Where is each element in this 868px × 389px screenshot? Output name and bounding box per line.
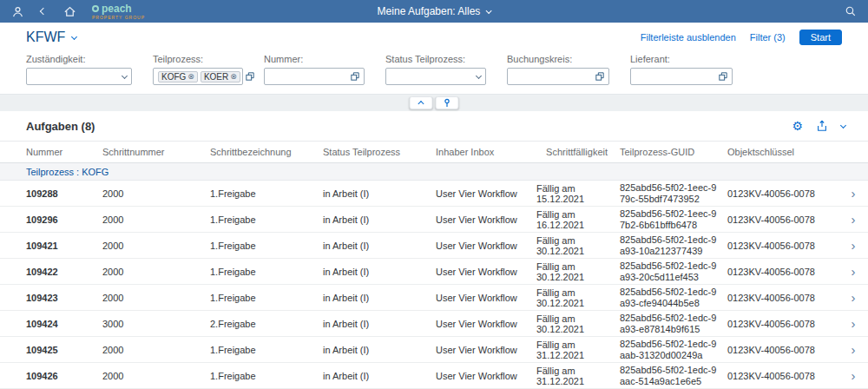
filter-token[interactable]: KOFG⊗ [158, 71, 198, 82]
col-header[interactable]: Schrittnummer [102, 147, 210, 157]
col-header[interactable]: Nummer [26, 147, 102, 157]
token-remove-icon[interactable]: ⊗ [230, 72, 237, 81]
pin-filterbar-button[interactable] [436, 96, 459, 109]
cell-inhaber: User Vier Workflow [436, 214, 536, 225]
cell-guid: 825abd56-5f02-1eec-97b2-6b61bffb6478 [620, 208, 727, 230]
cell-status: in Arbeit (I) [323, 267, 436, 277]
filter-token[interactable]: KOER⊗ [201, 71, 240, 82]
cell-status: in Arbeit (I) [323, 214, 436, 225]
row-nav-chevron-icon[interactable]: › [844, 291, 863, 304]
cell-status: in Arbeit (I) [323, 371, 436, 381]
table-row[interactable]: 10942520001.Freigabein Arbeit (I)User Vi… [0, 337, 868, 363]
cell-status: in Arbeit (I) [323, 241, 436, 251]
table-row[interactable]: 10942220001.Freigabein Arbeit (I)User Vi… [0, 259, 868, 285]
cell-guid: 825abd56-5f02-1edc-9aab-31320d00249a [620, 339, 727, 360]
table-group-header[interactable]: Teilprozess : KOFG [0, 163, 868, 181]
col-header[interactable]: Schrittbezeichnung [210, 147, 323, 157]
back-icon[interactable] [36, 4, 50, 18]
cell-status: in Arbeit (I) [323, 188, 436, 199]
cell-nummer: 109296 [26, 214, 102, 225]
cell-nummer: 109288 [26, 188, 102, 199]
value-help-icon[interactable] [351, 72, 359, 81]
cell-inhaber: User Vier Workflow [436, 267, 536, 277]
row-nav-chevron-icon[interactable]: › [844, 265, 863, 278]
cell-schrittbezeichnung: 1.Freigabe [210, 188, 323, 199]
col-header[interactable]: Teilprozess-GUID [620, 147, 727, 157]
value-help-icon[interactable] [595, 72, 604, 81]
home-icon[interactable] [62, 4, 76, 18]
cell-status: in Arbeit (I) [323, 345, 436, 355]
cell-schrittbezeichnung: 2.Freigabe [210, 319, 323, 329]
cell-faelligkeit: Fällig am 31.12.2021 [536, 340, 620, 360]
cell-objektschluessel: 0123KV-40056-0078 [727, 214, 832, 225]
cell-inhaber: User Vier Workflow [436, 319, 536, 329]
table-row[interactable]: 10942120001.Freigabein Arbeit (I)User Vi… [0, 233, 868, 259]
start-button[interactable]: Start [799, 30, 842, 45]
buchungskreis-input[interactable] [507, 68, 609, 85]
filterbar-collapse-strip [0, 94, 868, 111]
table-row[interactable]: 10929620001.Freigabein Arbeit (I)User Vi… [0, 207, 868, 233]
cell-faelligkeit: Fällig am 30.12.2021 [536, 313, 620, 334]
page-title[interactable]: KFWF [26, 30, 76, 45]
token-remove-icon[interactable]: ⊗ [187, 72, 194, 81]
row-nav-chevron-icon[interactable]: › [844, 239, 863, 252]
logo-text: peach [102, 3, 132, 14]
chevron-down-icon [476, 72, 482, 78]
table-row[interactable]: 10942320001.Freigabein Arbeit (I)User Vi… [0, 285, 868, 311]
row-nav-chevron-icon[interactable]: › [844, 317, 863, 330]
hide-filterbar-link[interactable]: Filterleiste ausblenden [641, 32, 736, 43]
filter-label: Lieferant: [630, 54, 733, 64]
cell-inhaber: User Vier Workflow [436, 293, 536, 303]
nummer-input[interactable] [264, 68, 365, 85]
lieferant-input[interactable] [630, 68, 733, 85]
cell-inhaber: User Vier Workflow [436, 371, 536, 381]
col-header[interactable]: Objektschlüssel [727, 147, 832, 157]
table-body: 10928820001.Freigabein Arbeit (I)User Vi… [0, 181, 868, 389]
cell-nummer: 109423 [26, 293, 102, 303]
col-header[interactable]: Schrittfälligkeit [536, 147, 620, 157]
cell-schrittnummer: 3000 [102, 319, 210, 329]
cell-faelligkeit: Fällig am 16.12.2021 [536, 209, 620, 230]
value-help-icon[interactable] [719, 72, 727, 81]
filter-label: Status Teilprozess: [385, 54, 486, 64]
table-row[interactable]: 10942620001.Freigabein Arbeit (I)User Vi… [0, 363, 868, 389]
row-nav-chevron-icon[interactable]: › [844, 187, 863, 200]
cell-schrittnummer: 2000 [102, 267, 210, 277]
teilprozess-input[interactable]: KOFG⊗ KOER⊗ [153, 68, 243, 85]
cell-objektschluessel: 0123KV-40056-0078 [727, 345, 832, 355]
filter-label: Buchungskreis: [507, 54, 609, 64]
row-nav-chevron-icon[interactable]: › [844, 213, 863, 226]
cell-nummer: 109421 [26, 241, 102, 251]
shell-left-group: peach PROPERTY GROUP [10, 3, 145, 20]
cell-schrittbezeichnung: 1.Freigabe [210, 214, 323, 225]
app-logo: peach PROPERTY GROUP [92, 3, 145, 20]
cell-objektschluessel: 0123KV-40056-0078 [727, 241, 832, 251]
shell-bar: peach PROPERTY GROUP Meine Aufgaben: All… [0, 0, 868, 23]
col-header[interactable]: Status Teilprozess [323, 147, 436, 157]
cell-nummer: 109424 [26, 319, 102, 329]
collapse-filterbar-button[interactable] [410, 96, 433, 109]
cell-nummer: 109426 [26, 371, 102, 381]
cell-schrittbezeichnung: 1.Freigabe [210, 267, 323, 277]
pin-icon [443, 98, 452, 108]
status-teilprozess-select[interactable] [385, 68, 486, 85]
table-row[interactable]: 10942430002.Freigabein Arbeit (I)User Vi… [0, 311, 868, 337]
cell-guid: 825abd56-5f02-1eec-979c-55bdf7473952 [620, 182, 727, 204]
filter-label: Zuständigkeit: [26, 54, 132, 64]
search-icon[interactable] [844, 4, 858, 18]
shell-title-text: Meine Aufgaben: Alles [378, 5, 481, 17]
row-nav-chevron-icon[interactable]: › [844, 369, 863, 382]
settings-gear-icon[interactable]: ⚙ [792, 120, 803, 132]
zustaendigkeit-select[interactable] [26, 68, 132, 85]
export-icon[interactable] [816, 120, 828, 132]
page-header: KFWF Filterleiste ausblenden Filter (3) … [0, 23, 868, 94]
value-help-icon[interactable] [246, 72, 254, 81]
col-header[interactable]: Inhaber Inbox [436, 147, 536, 157]
shell-title-menu[interactable]: Meine Aufgaben: Alles [378, 5, 491, 17]
cell-guid: 825abd56-5f02-1edc-9a93-cfe94044b5e8 [620, 287, 727, 308]
row-nav-chevron-icon[interactable]: › [844, 343, 863, 356]
user-icon[interactable] [10, 4, 24, 18]
filters-link[interactable]: Filter (3) [750, 32, 786, 43]
table-row[interactable]: 10928820001.Freigabein Arbeit (I)User Vi… [0, 181, 868, 207]
chevron-down-icon[interactable] [840, 122, 846, 128]
